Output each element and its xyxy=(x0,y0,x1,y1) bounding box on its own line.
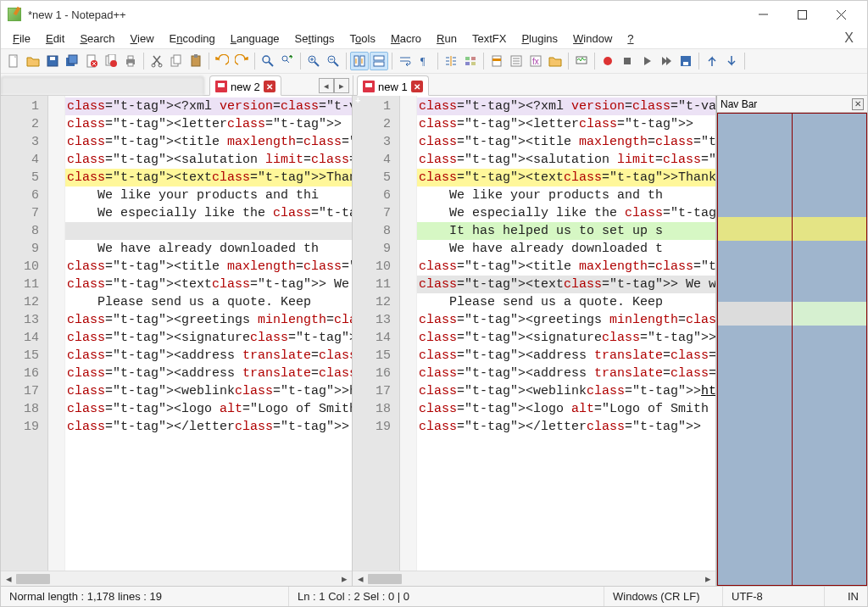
wordwrap-icon[interactable] xyxy=(396,52,415,70)
code-line[interactable]: Please send us a quote. Keep xyxy=(417,293,715,311)
code-line[interactable]: class="t-tag"><textclass="t-tag">> We wo… xyxy=(65,276,352,293)
code-line[interactable]: class="t-tag"><?xml version=class="t-val… xyxy=(65,97,352,115)
compare-prev-icon[interactable] xyxy=(703,52,721,70)
left-gutter[interactable]: 12345678910111213141516171819 xyxy=(1,96,48,571)
menu-help[interactable]: ? xyxy=(620,31,640,47)
scroll-right-icon[interactable]: ▸ xyxy=(700,572,715,586)
code-line[interactable]: class="t-tag"><letterclass="t-tag">> xyxy=(417,115,715,133)
sync-vscroll-icon[interactable] xyxy=(350,52,369,70)
code-line[interactable]: class="t-tag"><greetings minlength=class… xyxy=(417,311,715,329)
menu-edit[interactable]: Edit xyxy=(39,31,71,47)
code-line[interactable]: class="t-tag"><salutation limit=class="t… xyxy=(65,151,352,169)
status-encoding[interactable]: UTF-8 xyxy=(723,587,825,606)
tab-new-1[interactable]: new 1 ✕ xyxy=(357,75,429,96)
menu-encoding[interactable]: Encoding xyxy=(163,31,222,47)
menu-tools[interactable]: Tools xyxy=(343,31,382,47)
play-macro-icon[interactable] xyxy=(637,52,656,70)
monitoring-icon[interactable] xyxy=(572,52,591,70)
paste-icon[interactable] xyxy=(186,52,205,70)
close-all-icon[interactable] xyxy=(102,52,120,70)
menu-textfx[interactable]: TextFX xyxy=(465,31,513,47)
undo-icon[interactable] xyxy=(213,52,231,70)
code-line[interactable]: class="t-tag"><weblinkclass="t-tag">>htt… xyxy=(417,382,715,400)
open-file-icon[interactable] xyxy=(24,52,42,70)
code-line[interactable]: We like your products and th xyxy=(417,187,715,204)
close-document-button[interactable]: X xyxy=(836,31,862,46)
code-line[interactable]: We have already downloaded t xyxy=(417,240,715,258)
show-all-chars-icon[interactable]: ¶ xyxy=(415,52,434,70)
new-file-icon[interactable] xyxy=(4,52,23,70)
code-line[interactable]: class="t-tag"><title maxlength=class="t-… xyxy=(65,258,352,276)
maximize-button[interactable] xyxy=(782,2,821,27)
status-insert-mode[interactable]: IN xyxy=(825,587,867,606)
scroll-left-icon[interactable]: ◂ xyxy=(353,572,368,586)
menu-plugins[interactable]: Plugins xyxy=(515,31,565,47)
code-line[interactable]: class="t-tag"><signatureclass="t-tag">> … xyxy=(65,329,352,347)
code-line[interactable]: class="t-tag"></letterclass="t-tag">> xyxy=(417,418,715,436)
code-line[interactable]: It has helped us to set up s xyxy=(417,222,715,240)
code-line[interactable]: class="t-tag"><textclass="t-tag">>Thank … xyxy=(417,169,715,187)
menu-view[interactable]: View xyxy=(124,31,161,47)
function-list-icon[interactable]: fx xyxy=(526,52,545,70)
status-eol[interactable]: Windows (CR LF) xyxy=(604,587,723,606)
tab-scroll-left[interactable]: ◂ xyxy=(319,78,334,93)
code-line[interactable]: class="t-tag"><greetings minlength=class… xyxy=(65,311,352,329)
code-line[interactable]: We especially like the class="t-tag"><co… xyxy=(417,204,715,222)
code-line[interactable]: class="t-tag"><title maxlength=class="t-… xyxy=(65,133,352,151)
code-line[interactable]: class="t-tag"><address translate=class="… xyxy=(65,365,352,382)
menu-search[interactable]: Search xyxy=(73,31,121,47)
stop-macro-icon[interactable] xyxy=(618,52,637,70)
code-line[interactable]: class="t-tag"><logo alt="Logo of Smith a… xyxy=(417,400,715,418)
zoom-in-icon[interactable] xyxy=(304,52,323,70)
code-line[interactable]: Please send us a quote. Keep xyxy=(65,293,352,311)
tab-scroll-right[interactable]: ▸ xyxy=(334,78,349,93)
code-line[interactable]: class="t-tag"><weblinkclass="t-tag">>htt… xyxy=(65,382,352,400)
code-line[interactable]: class="t-tag"><signatureclass="t-tag">> … xyxy=(417,329,715,347)
doc-map-icon[interactable] xyxy=(487,52,506,70)
code-line[interactable]: class="t-tag"></letterclass="t-tag">> xyxy=(65,418,352,436)
code-line[interactable]: class="t-tag"><textclass="t-tag">> We wo… xyxy=(417,276,715,293)
code-line[interactable]: class="t-tag"><address translate=class="… xyxy=(417,347,715,365)
code-line[interactable]: class="t-tag"><?xml version=class="t-val… xyxy=(417,97,715,115)
replace-icon[interactable] xyxy=(278,52,297,70)
menu-window[interactable]: Window xyxy=(566,31,619,47)
code-line[interactable]: class="t-tag"><logo alt="Logo of Smith a… xyxy=(65,400,352,418)
udl-icon[interactable] xyxy=(461,52,480,70)
menu-file[interactable]: File xyxy=(6,31,37,47)
save-icon[interactable] xyxy=(43,52,62,70)
code-line[interactable]: We especially like the class="t-tag"><co… xyxy=(65,204,352,222)
menu-language[interactable]: Language xyxy=(224,31,287,47)
folder-workspace-icon[interactable] xyxy=(546,52,565,70)
code-line[interactable]: class="t-tag"><address translate=class="… xyxy=(417,365,715,382)
tab-new-2[interactable]: new 2 ✕ xyxy=(209,75,281,96)
save-all-icon[interactable] xyxy=(63,52,81,70)
navbar-map[interactable] xyxy=(717,113,867,586)
code-line[interactable] xyxy=(65,222,352,240)
code-line[interactable]: class="t-tag"><textclass="t-tag">>Thank … xyxy=(65,169,352,187)
compare-next-icon[interactable] xyxy=(722,52,741,70)
record-macro-icon[interactable] xyxy=(598,52,617,70)
tab-inactive-left[interactable] xyxy=(1,76,204,95)
doc-list-icon[interactable] xyxy=(507,52,526,70)
tab-close-icon[interactable]: ✕ xyxy=(264,81,275,92)
right-gutter[interactable]: 12345678910111213141516171819 xyxy=(353,96,400,571)
code-line[interactable]: We like your products and thi xyxy=(65,187,352,204)
navbar-close-icon[interactable]: ✕ xyxy=(852,98,864,110)
code-line[interactable]: class="t-tag"><address translate=class="… xyxy=(65,347,352,365)
print-icon[interactable] xyxy=(121,52,140,70)
save-macro-icon[interactable] xyxy=(676,52,695,70)
left-code-area[interactable]: class="t-tag"><?xml version=class="t-val… xyxy=(65,96,352,571)
code-line[interactable]: class="t-tag"><letterclass="t-tag">> xyxy=(65,115,352,133)
sync-hscroll-icon[interactable] xyxy=(370,52,388,70)
scroll-right-icon[interactable]: ▸ xyxy=(337,572,352,586)
cut-icon[interactable] xyxy=(147,52,166,70)
indent-guide-icon[interactable] xyxy=(442,52,460,70)
menu-run[interactable]: Run xyxy=(430,31,464,47)
left-hscrollbar[interactable]: ◂ ▸ xyxy=(1,571,352,586)
menu-macro[interactable]: Macro xyxy=(384,31,428,47)
zoom-out-icon[interactable] xyxy=(324,52,342,70)
close-file-icon[interactable] xyxy=(82,52,101,70)
close-button[interactable] xyxy=(821,2,860,27)
minimize-button[interactable] xyxy=(743,2,782,27)
right-code-area[interactable]: class="t-tag"><?xml version=class="t-val… xyxy=(417,96,715,571)
